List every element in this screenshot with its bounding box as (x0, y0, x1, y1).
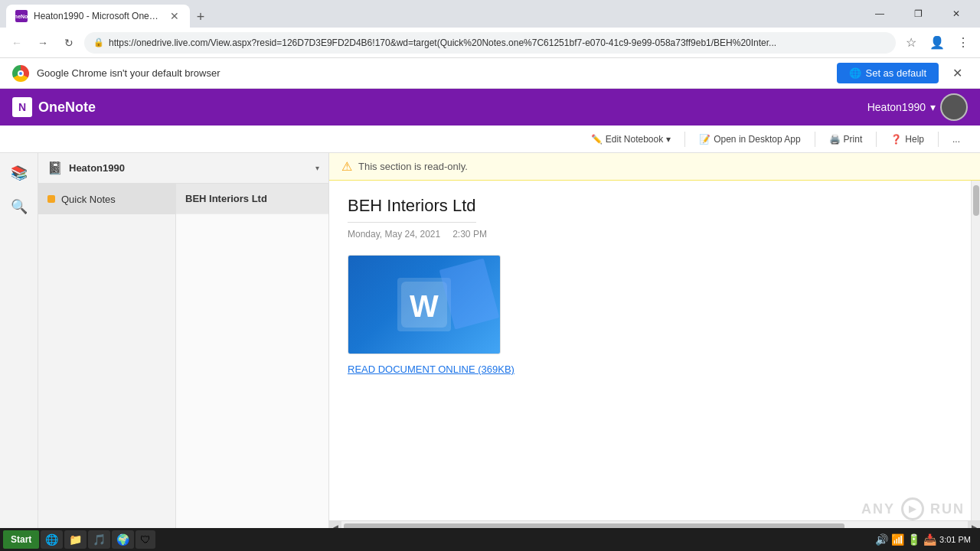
sidebar: 📚 🔍 (0, 153, 38, 533)
browser-tab-active[interactable]: OneNote Heaton1990 - Microsoft OneNote O… (6, 5, 190, 28)
url-text: https://onedrive.live.com/View.aspx?resi… (109, 37, 887, 48)
new-tab-button[interactable]: + (190, 6, 211, 28)
bookmark-button[interactable]: ☆ (900, 32, 922, 54)
default-browser-banner: Google Chrome isn't your default browser… (0, 58, 980, 89)
help-icon: ❓ (890, 134, 902, 145)
tray-sound-icon[interactable]: 🔊 (875, 533, 888, 546)
toolbar-sep-1 (684, 132, 685, 147)
help-label: Help (905, 134, 924, 145)
toolbar-sep-2 (815, 132, 815, 147)
onenote-header: N OneNote Heaton1990 ▾ (0, 89, 980, 126)
note-content: BEH Interiors Ltd Monday, May 24, 2021 2… (329, 181, 971, 520)
print-label: Print (844, 134, 863, 145)
pages-list: BEH Interiors Ltd (176, 184, 328, 533)
tray-notification-icon[interactable]: 📥 (923, 533, 936, 546)
note-date: Monday, May 24, 2021 (348, 229, 440, 240)
edit-notebook-button[interactable]: ✏️ Edit Notebook ▾ (583, 131, 678, 148)
print-icon: 🖨️ (829, 134, 841, 145)
system-tray: 🔊 📶 🔋 📥 3:01 PM (869, 533, 977, 546)
onenote-icon: N (12, 97, 32, 117)
section-item-quick-notes[interactable]: Quick Notes (38, 184, 175, 214)
profile-button[interactable]: 👤 (926, 32, 948, 54)
onenote-toolbar: ✏️ Edit Notebook ▾ 📝 Open in Desktop App… (0, 126, 980, 153)
username-label: Heaton1990 (867, 101, 926, 113)
sidebar-icon-search[interactable]: 🔍 (5, 193, 33, 220)
svg-text:W: W (410, 289, 439, 323)
taskbar: Start 🌐 📁 🎵 🌍 🛡 🔊 📶 🔋 📥 3:01 PM (0, 528, 980, 551)
notebook-panel: 📓 Heaton1990 ▾ Quick Notes BEH Interiors… (38, 153, 329, 533)
sidebar-icon-notebook[interactable]: 📚 (5, 159, 33, 187)
notebook-chevron-icon: ▾ (315, 164, 319, 172)
refresh-button[interactable]: ↻ (58, 32, 80, 54)
anyrun-text-any: ANY (861, 501, 895, 517)
tab-favicon: OneNote (15, 10, 28, 22)
minimize-button[interactable]: — (862, 2, 897, 26)
chrome-inner-circle (18, 70, 24, 77)
vertical-scrollbar[interactable] (971, 181, 980, 520)
tab-close-button[interactable]: ✕ (168, 8, 181, 24)
note-metadata: Monday, May 24, 2021 2:30 PM (348, 229, 952, 240)
browser-titlebar: OneNote Heaton1990 - Microsoft OneNote O… (0, 0, 980, 28)
scrollbar-thumb[interactable] (973, 185, 979, 216)
set-default-button[interactable]: 🌐 Set as default (837, 63, 939, 83)
taskbar-icon-ie[interactable]: 🌐 (41, 530, 63, 549)
print-button[interactable]: 🖨️ Print (822, 131, 871, 148)
onenote-body: 📚 🔍 📓 Heaton1990 ▾ Quick Notes BEH Inter… (0, 153, 980, 533)
main-note-area: ⚠ This section is read-only. BEH Interio… (329, 153, 980, 533)
page-item-beh[interactable]: BEH Interiors Ltd (176, 184, 328, 214)
open-desktop-button[interactable]: 📝 Open in Desktop App (691, 131, 808, 148)
taskbar-icon-folder[interactable]: 📁 (64, 530, 87, 549)
section-name-quick-notes: Quick Notes (61, 194, 116, 205)
taskbar-icon-media[interactable]: 🎵 (88, 530, 110, 549)
anyrun-watermark: ANY ▶ RUN (861, 497, 965, 520)
onenote-logo: N OneNote (12, 97, 96, 117)
tray-network-icon[interactable]: 📶 (891, 533, 904, 546)
window-controls: — ❐ ✕ (862, 2, 974, 26)
address-input[interactable]: 🔒 https://onedrive.live.com/View.aspx?re… (84, 32, 896, 54)
back-button[interactable]: ← (6, 32, 28, 54)
section-color-indicator (47, 195, 55, 203)
chrome-menu-button[interactable]: ⋮ (952, 32, 974, 54)
help-button[interactable]: ❓ Help (883, 131, 932, 148)
set-default-globe-icon: 🌐 (849, 67, 861, 79)
anyrun-text-run: RUN (930, 501, 965, 517)
banner-message: Google Chrome isn't your default browser (37, 67, 829, 79)
forward-button[interactable]: → (32, 32, 54, 54)
set-default-label: Set as default (866, 67, 927, 79)
user-chevron-icon: ▾ (930, 101, 936, 113)
tray-battery-icon[interactable]: 🔋 (907, 533, 920, 546)
start-button[interactable]: Start (3, 530, 39, 549)
taskbar-icon-chrome[interactable]: 🌍 (112, 530, 134, 549)
chrome-logo-icon (12, 65, 29, 82)
lock-icon: 🔒 (93, 37, 104, 47)
read-document-link[interactable]: READ DOCUMENT ONLINE (369KB) (348, 364, 514, 375)
sections-area: Quick Notes BEH Interiors Ltd (38, 184, 328, 533)
more-options-button[interactable]: ... (945, 131, 968, 148)
word-attachment-preview: W (348, 256, 500, 354)
open-desktop-icon: 📝 (699, 134, 710, 145)
content-wrapper: BEH Interiors Ltd Monday, May 24, 2021 2… (329, 181, 980, 520)
system-clock: 3:01 PM (939, 535, 971, 544)
tab-strip: OneNote Heaton1990 - Microsoft OneNote O… (6, 0, 856, 28)
anyrun-play-icon: ▶ (901, 497, 924, 520)
edit-chevron-icon: ▾ (666, 134, 671, 145)
taskbar-icon-security[interactable]: 🛡 (136, 530, 155, 549)
maximize-button[interactable]: ❐ (900, 2, 936, 26)
user-account-button[interactable]: Heaton1990 ▾ (867, 93, 968, 121)
note-time: 2:30 PM (452, 229, 487, 240)
note-title: BEH Interiors Ltd (348, 196, 476, 223)
notebook-name: Heaton1990 (69, 162, 309, 174)
readonly-banner: ⚠ This section is read-only. (329, 153, 980, 181)
notebook-header[interactable]: 📓 Heaton1990 ▾ (38, 153, 328, 184)
tab-title: Heaton1990 - Microsoft OneNote On... (34, 11, 162, 21)
close-button[interactable]: ✕ (939, 2, 974, 26)
toolbar-sep-4 (938, 132, 939, 147)
edit-notebook-label: Edit Notebook (606, 134, 663, 145)
onenote-brand-name: OneNote (38, 99, 96, 116)
address-bar: ← → ↻ 🔒 https://onedrive.live.com/View.a… (0, 28, 980, 58)
more-options-icon: ... (952, 134, 960, 145)
banner-close-button[interactable]: ✕ (946, 63, 968, 84)
warning-icon: ⚠ (341, 159, 352, 174)
word-attachment[interactable]: W (348, 255, 501, 354)
notebook-icon: 📓 (47, 161, 63, 175)
